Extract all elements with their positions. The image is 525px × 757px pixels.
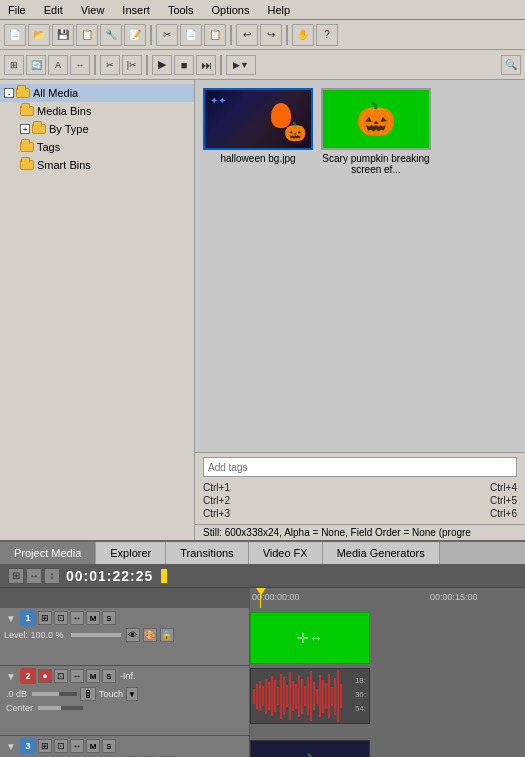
expand-all-media[interactable]: - (4, 88, 14, 98)
stop-button[interactable]: ■ (174, 55, 194, 75)
play-button[interactable]: ▶ (152, 55, 172, 75)
folder-icon-all-media (16, 86, 30, 100)
track-ctrl-ripple-2[interactable]: ↔ (70, 669, 84, 683)
ripple-button[interactable]: ↔ (70, 55, 90, 75)
menu-view[interactable]: View (77, 4, 109, 16)
track-ctrl-m-2[interactable]: M (86, 669, 100, 683)
expand-by-type[interactable]: + (20, 124, 30, 134)
track-level-slider-1[interactable] (71, 633, 121, 637)
sidebar-item-all-media[interactable]: - All Media (0, 84, 194, 102)
shortcut-ctrl3[interactable]: Ctrl+3 (203, 508, 230, 519)
separator-4 (94, 55, 96, 75)
cut-button[interactable]: ✂ (156, 24, 178, 46)
channel-labels: 18: 36: 54: (355, 674, 366, 716)
track-ctrl-m-3[interactable]: M (86, 739, 100, 753)
track-ctrl-fx-3[interactable]: ↔ (70, 739, 84, 753)
track-collapse-2[interactable]: ▼ (4, 669, 18, 683)
open-button[interactable]: 📂 (28, 24, 50, 46)
track-ctrl-s-1[interactable]: S (102, 611, 116, 625)
tab-project-media[interactable]: Project Media (0, 542, 96, 564)
track-body-2[interactable]: 18: 36: 54: ↔ (250, 666, 525, 736)
track-num-3: 3 (20, 738, 36, 754)
halloween-label: halloween bg.jpg (220, 153, 295, 164)
track-ctrl-lock-1[interactable]: 🔒 (160, 628, 174, 642)
undo-button[interactable]: ↩ (236, 24, 258, 46)
clip-thumb-halloween: 🎃 ✛↔ (251, 741, 369, 757)
tab-media-generators[interactable]: Media Generators (323, 542, 440, 564)
save-as-button[interactable]: 📋 (76, 24, 98, 46)
track-ctrl-eye-1[interactable]: 👁 (126, 628, 140, 642)
status-text: Still: 600x338x24, Alpha = None, Field O… (203, 527, 471, 538)
paste-button[interactable]: 📋 (204, 24, 226, 46)
sidebar-item-media-bins[interactable]: Media Bins (0, 102, 194, 120)
track-ctrl-s-2[interactable]: S (102, 669, 116, 683)
timecode-display: 00:01:22:25 (66, 568, 153, 584)
track-ctrl-loop-3[interactable]: ⊡ (54, 739, 68, 753)
next-button[interactable]: ⏭ (196, 55, 216, 75)
media-item-pumpkin[interactable]: 🎃 Scary pumpkin breaking screen ef... (321, 88, 431, 175)
sidebar-item-by-type[interactable]: + By Type (0, 120, 194, 138)
track-collapse-3[interactable]: ▼ (4, 739, 18, 753)
track-vol-slider-2[interactable] (32, 692, 77, 696)
split-button[interactable]: ✂ (100, 55, 120, 75)
ruler-right[interactable]: 00:00:00:00 00:00:15:00 (250, 588, 525, 608)
clip-audio-2[interactable]: 18: 36: 54: ↔ (250, 668, 370, 724)
shortcut-ctrl6[interactable]: Ctrl+6 (490, 508, 517, 519)
track-collapse-1[interactable]: ▼ (4, 611, 18, 625)
tags-input[interactable] (203, 457, 517, 477)
sidebar-item-smart-bins[interactable]: Smart Bins (0, 156, 194, 174)
copy-button[interactable]: 📄 (180, 24, 202, 46)
menu-options[interactable]: Options (208, 4, 254, 16)
tab-video-fx[interactable]: Video FX (249, 542, 323, 564)
shortcut-ctrl4[interactable]: Ctrl+4 (490, 482, 517, 493)
save-button[interactable]: 💾 (52, 24, 74, 46)
track-ctrl-m-1[interactable]: M (86, 611, 100, 625)
track-ctrl-fx-2[interactable]: ⊡ (54, 669, 68, 683)
tab-transitions[interactable]: Transitions (166, 542, 248, 564)
clip-video-1[interactable]: ✛↔ (250, 612, 370, 664)
transport-dropdown[interactable]: ▶▼ (226, 55, 256, 75)
sidebar-item-tags[interactable]: Tags (0, 138, 194, 156)
track-body-3[interactable]: 🎃 ✛↔ (250, 736, 525, 757)
tl-btn-1[interactable]: ⊞ (8, 568, 24, 584)
cut-t-button[interactable]: |✂ (122, 55, 142, 75)
shortcut-ctrl1[interactable]: Ctrl+1 (203, 482, 230, 493)
clip-halloween-3[interactable]: 🎃 ✛↔ (250, 740, 370, 757)
track-ctrl-color-1[interactable]: 🎨 (143, 628, 157, 642)
track-ctrl-snap-3[interactable]: ⊞ (38, 739, 52, 753)
menu-edit[interactable]: Edit (40, 4, 67, 16)
menu-tools[interactable]: Tools (164, 4, 198, 16)
script-button[interactable]: 📝 (124, 24, 146, 46)
inf-label-2: -Inf. (120, 671, 136, 681)
help-button[interactable]: ? (316, 24, 338, 46)
media-bins-label: Media Bins (37, 105, 91, 117)
snap-button[interactable]: ⊞ (4, 55, 24, 75)
shortcut-ctrl2[interactable]: Ctrl+2 (203, 495, 230, 506)
timeline-header: ⊞ ↔ ↕ 00:01:22:25 (0, 564, 525, 588)
track-ctrl-snap-1[interactable]: ⊞ (38, 611, 52, 625)
track-ctrl-loop-1[interactable]: ⊡ (54, 611, 68, 625)
tl-btn-2[interactable]: ↔ (26, 568, 42, 584)
track-ctrl-fx-touch-2[interactable]: 🎛 (80, 687, 96, 701)
track-body-1[interactable]: ✛↔ (250, 608, 525, 666)
track-ctrl-fx-1[interactable]: ↔ (70, 611, 84, 625)
tl-btn-3[interactable]: ↕ (44, 568, 60, 584)
redo-button[interactable]: ↪ (260, 24, 282, 46)
menu-help[interactable]: Help (263, 4, 294, 16)
track-ctrl-s-3[interactable]: S (102, 739, 116, 753)
shortcut-ctrl5[interactable]: Ctrl+5 (490, 495, 517, 506)
menu-insert[interactable]: Insert (118, 4, 154, 16)
audio-clip-cursor: ↔ (343, 721, 353, 724)
media-item-halloween[interactable]: ✦✦ halloween bg.jpg (203, 88, 313, 175)
track-pan-slider-2[interactable] (38, 706, 83, 710)
search-button[interactable]: 🔍 (501, 55, 521, 75)
loop-button[interactable]: 🔄 (26, 55, 46, 75)
new-button[interactable]: 📄 (4, 24, 26, 46)
hand-button[interactable]: ✋ (292, 24, 314, 46)
tab-explorer[interactable]: Explorer (96, 542, 166, 564)
auto-button[interactable]: A (48, 55, 68, 75)
track-ctrl-dropdown-2[interactable]: ▼ (126, 687, 138, 701)
menu-file[interactable]: File (4, 4, 30, 16)
prop-button[interactable]: 🔧 (100, 24, 122, 46)
track-ctrl-rec-2[interactable]: ● (38, 669, 52, 683)
